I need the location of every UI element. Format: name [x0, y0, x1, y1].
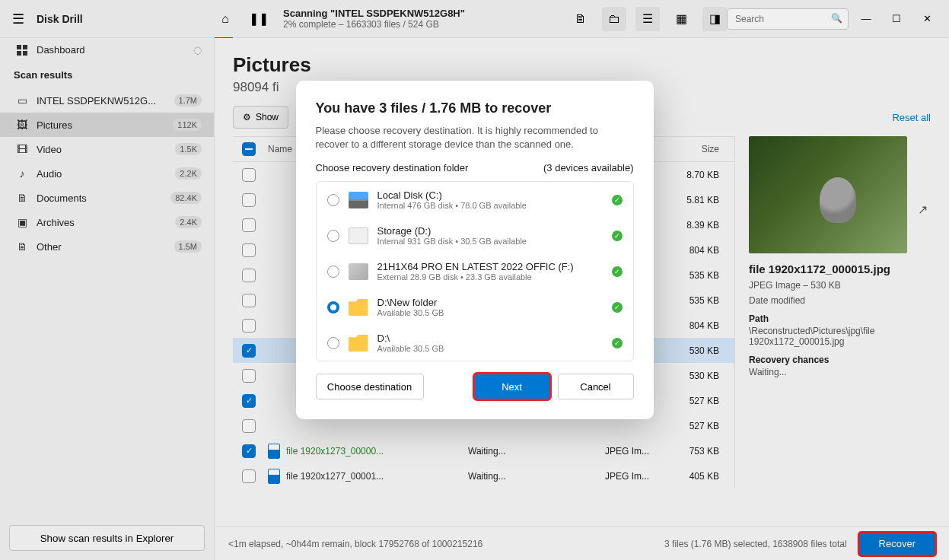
radio-button[interactable]: [327, 266, 339, 278]
destination-option[interactable]: D:\Available 30.5 GB✓: [317, 325, 633, 361]
next-button[interactable]: Next: [474, 374, 550, 399]
check-icon: ✓: [612, 266, 623, 277]
modal-title: You have 3 files / 1.76 MB to recover: [316, 100, 634, 116]
check-icon: ✓: [612, 338, 623, 348]
recovery-destination-modal: You have 3 files / 1.76 MB to recover Pl…: [296, 81, 654, 419]
destination-option[interactable]: 21H1X64 PRO EN LATEST 2022 OFFIC (F:)Ext…: [317, 253, 633, 289]
radio-button[interactable]: [327, 194, 339, 206]
cancel-button[interactable]: Cancel: [558, 374, 634, 399]
check-icon: ✓: [612, 302, 623, 313]
drive-icon: [349, 299, 368, 316]
drive-icon: [349, 228, 368, 244]
check-icon: ✓: [612, 195, 623, 205]
destination-option[interactable]: Local Disk (C:)Internal 476 GB disk • 78…: [317, 182, 633, 218]
destination-list[interactable]: Local Disk (C:)Internal 476 GB disk • 78…: [316, 181, 634, 361]
drive-icon: [349, 263, 368, 280]
radio-button[interactable]: [327, 337, 339, 349]
destination-option[interactable]: Storage (D:)Internal 931 GB disk • 30.5 …: [317, 218, 633, 253]
drive-icon: [349, 335, 368, 352]
choose-destination-button[interactable]: Choose destination: [316, 374, 424, 399]
drive-icon: [349, 192, 368, 208]
modal-description: Please choose recovery destination. It i…: [316, 124, 634, 151]
destination-option[interactable]: D:\New folderAvailable 30.5 GB✓: [317, 289, 633, 325]
check-icon: ✓: [612, 231, 623, 241]
radio-button[interactable]: [327, 230, 339, 242]
radio-button[interactable]: [327, 301, 339, 313]
